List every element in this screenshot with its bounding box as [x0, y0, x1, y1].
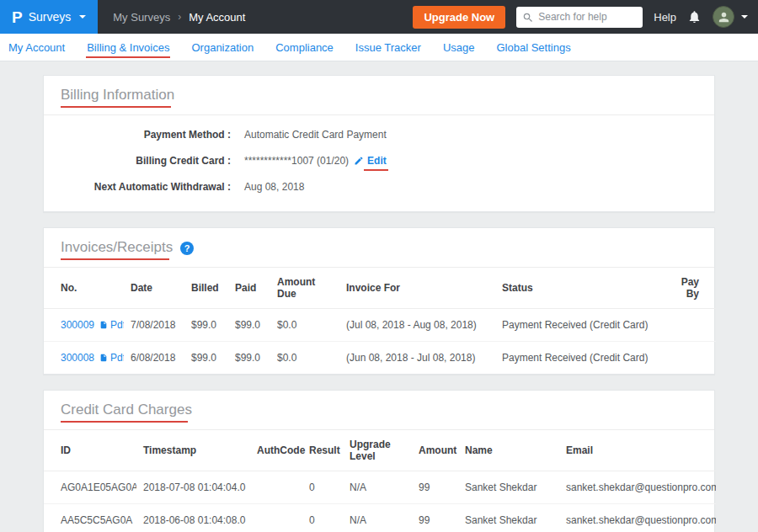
billing-information-title: Billing Information — [61, 87, 174, 104]
col-paid: Paid — [228, 268, 270, 309]
invoice-pay-by — [664, 309, 716, 342]
next-withdrawal-row: Next Automatic Withdrawal : Aug 08, 2018 — [61, 181, 697, 193]
search-icon — [522, 12, 534, 24]
invoice-for: (Jul 08, 2018 - Aug 08, 2018) — [339, 309, 495, 342]
tab-compliance[interactable]: Compliance — [275, 41, 334, 54]
invoice-row: 300009 Pdf 7/08/2018 $99.0 $99.0 $0.0 (J… — [44, 309, 716, 342]
upgrade-now-button[interactable]: Upgrade Now — [413, 6, 505, 29]
col-timestamp: Timestamp — [136, 430, 250, 471]
charges-header-row: ID Timestamp AuthCode Result Upgrade Lev… — [44, 430, 716, 471]
breadcrumb-separator: › — [178, 11, 181, 23]
help-search — [516, 7, 643, 28]
invoice-for: (Jun 08, 2018 - Jul 08, 2018) — [339, 342, 495, 375]
invoice-status: Payment Received (Credit Card) — [495, 342, 664, 375]
charge-upgrade-level: N/A — [343, 471, 412, 504]
col-authcode: AuthCode — [250, 430, 302, 471]
invoices-receipts-title: Invoices/Receipts — [61, 239, 173, 256]
breadcrumb: My Surveys › My Account — [113, 11, 245, 24]
invoices-table: No. Date Billed Paid Amount Due Invoice … — [44, 268, 716, 374]
help-question-icon[interactable]: ? — [180, 242, 194, 255]
charge-result: 0 — [302, 471, 343, 504]
charge-upgrade-level: N/A — [343, 504, 412, 532]
invoice-date: 6/08/2018 — [124, 342, 184, 375]
tab-usage[interactable]: Usage — [443, 41, 475, 54]
tab-issue-tracker[interactable]: Issue Tracker — [355, 41, 421, 54]
charge-id: AG0A1E05AG0A — [44, 471, 136, 504]
help-link[interactable]: Help — [654, 11, 676, 24]
credit-card-charges-card: Credit Card Charges ID Timestamp AuthCod… — [43, 390, 715, 532]
tab-organization[interactable]: Organization — [191, 41, 254, 54]
invoice-paid: $99.0 — [228, 342, 270, 375]
account-menu[interactable] — [713, 6, 748, 28]
col-billed: Billed — [184, 268, 228, 309]
charge-name: Sanket Shekdar — [458, 504, 559, 532]
charges-table: ID Timestamp AuthCode Result Upgrade Lev… — [44, 430, 716, 532]
pdf-document-icon — [99, 353, 108, 363]
charge-email: sanket.shekdar@questionpro.com — [559, 504, 716, 532]
next-withdrawal-label: Next Automatic Withdrawal : — [61, 181, 231, 193]
product-name: Surveys — [29, 10, 72, 24]
payment-method-row: Payment Method : Automatic Credit Card P… — [61, 129, 697, 141]
edit-pencil-icon — [354, 156, 364, 166]
page-content: Billing Information Payment Method : Aut… — [0, 61, 758, 532]
edit-credit-card-link[interactable]: Edit — [354, 155, 387, 167]
charge-email: sanket.shekdar@questionpro.com — [559, 471, 716, 504]
payment-method-label: Payment Method : — [61, 129, 231, 141]
billing-credit-card-label: Billing Credit Card : — [61, 155, 231, 167]
invoice-pdf-link[interactable]: Pdf — [99, 352, 124, 364]
invoice-billed: $99.0 — [184, 342, 228, 375]
breadcrumb-my-surveys[interactable]: My Surveys — [113, 11, 170, 24]
invoice-number-link[interactable]: 300008 — [61, 352, 94, 364]
surveys-product-menu[interactable]: P Surveys — [0, 0, 98, 34]
charge-amount: 99 — [412, 504, 458, 532]
col-date: Date — [124, 268, 184, 309]
charge-timestamp: 2018-06-08 01:04:08.0 — [136, 504, 250, 532]
charge-name: Sanket Shekdar — [458, 471, 559, 504]
payment-method-value: Automatic Credit Card Payment — [244, 129, 387, 141]
charge-authcode — [250, 471, 302, 504]
tab-global-settings[interactable]: Global Settings — [496, 41, 570, 54]
invoice-date: 7/08/2018 — [124, 309, 184, 342]
tab-my-account[interactable]: My Account — [8, 41, 65, 54]
avatar — [713, 6, 734, 28]
chevron-down-icon — [741, 15, 748, 19]
invoice-pdf-link[interactable]: Pdf — [99, 319, 124, 331]
billing-credit-card-value: ************1007 (01/20) — [244, 155, 349, 167]
charge-timestamp: 2018-07-08 01:04:04.0 — [136, 471, 250, 504]
breadcrumb-my-account: My Account — [189, 11, 245, 24]
col-status: Status — [495, 268, 664, 309]
invoice-row: 300008 Pdf 6/08/2018 $99.0 $99.0 $0.0 (J… — [44, 342, 716, 375]
col-upgrade-level: Upgrade Level — [343, 430, 412, 471]
invoices-header-row: No. Date Billed Paid Amount Due Invoice … — [44, 268, 716, 309]
user-icon — [717, 10, 731, 24]
charge-row: AA5C5C5AG0A 2018-06-08 01:04:08.0 0 N/A … — [44, 504, 716, 532]
col-no: No. — [44, 268, 124, 309]
charge-row: AG0A1E05AG0A 2018-07-08 01:04:04.0 0 N/A… — [44, 471, 716, 504]
pdf-document-icon — [99, 320, 108, 330]
invoice-paid: $99.0 — [228, 309, 270, 342]
search-input[interactable] — [516, 7, 643, 28]
invoices-receipts-card: Invoices/Receipts ? No. Date Billed Paid… — [43, 227, 715, 375]
invoice-number-link[interactable]: 300009 — [61, 319, 94, 331]
tab-billing-invoices[interactable]: Billing & Invoices — [87, 41, 169, 54]
questionpro-logo: P — [12, 9, 23, 25]
col-result: Result — [302, 430, 343, 471]
invoice-status: Payment Received (Credit Card) — [495, 309, 664, 342]
charge-amount: 99 — [412, 471, 458, 504]
chevron-down-icon — [79, 15, 86, 19]
col-id: ID — [44, 430, 136, 471]
billing-credit-card-row: Billing Credit Card : ************1007 (… — [61, 155, 697, 167]
credit-card-charges-title: Credit Card Charges — [61, 402, 192, 418]
charge-id: AA5C5C5AG0A — [44, 504, 136, 532]
next-withdrawal-value: Aug 08, 2018 — [244, 181, 304, 193]
topbar: P Surveys My Surveys › My Account Upgrad… — [0, 0, 758, 34]
col-email: Email — [559, 430, 716, 471]
col-amount-due: Amount Due — [270, 268, 339, 309]
notifications-bell-icon[interactable] — [687, 9, 702, 24]
col-amount: Amount — [412, 430, 458, 471]
billing-information-card: Billing Information Payment Method : Aut… — [43, 75, 715, 212]
col-invoice-for: Invoice For — [339, 268, 495, 309]
charge-authcode — [250, 504, 302, 532]
invoice-amount-due: $0.0 — [270, 342, 339, 375]
topbar-actions: Upgrade Now Help — [413, 6, 758, 29]
